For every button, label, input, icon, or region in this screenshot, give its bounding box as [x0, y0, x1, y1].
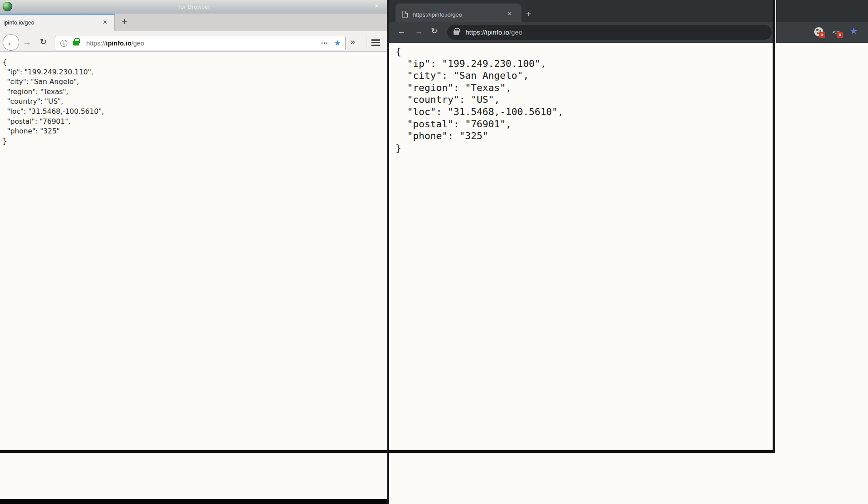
url-path: /geo [131, 39, 144, 47]
url-secure-part: https://ipinfo.io [466, 28, 509, 36]
hamburger-menu-icon[interactable] [371, 39, 380, 41]
reload-button[interactable]: ↻ [40, 37, 47, 47]
window-edge-highlight [775, 0, 776, 43]
document-favicon-icon [402, 11, 408, 18]
overflow-chevrons-icon[interactable]: » [350, 37, 354, 46]
chrome-window: https://ipinfo.io/geo × + ← → ↻ https://… [388, 0, 868, 504]
firefox-address-bar[interactable]: i https://ipinfo.io/geo ••• ★ [55, 36, 346, 50]
tab-close-icon[interactable]: × [103, 18, 107, 27]
desktop-screen: Tor Browser × ipinfo.io/geo × + ← → ↻ i … [0, 0, 868, 504]
bottom-black-bar [0, 499, 388, 504]
forward-button[interactable]: → [23, 37, 32, 47]
https-lock-icon[interactable] [454, 30, 459, 35]
bookmark-star-icon[interactable]: ★ [850, 26, 858, 35]
forward-button[interactable]: → [415, 27, 423, 36]
back-button[interactable]: ← [3, 34, 19, 51]
page-info-icon[interactable]: i [60, 40, 67, 47]
window-close-icon[interactable]: × [374, 2, 379, 10]
window-divider-line [387, 0, 389, 504]
bookmark-star-icon[interactable]: ★ [334, 39, 341, 47]
code-extension-icon[interactable]: <> × [832, 27, 844, 38]
firefox-json-body: { "ip": "199.249.230.110", "city": "San … [3, 57, 104, 146]
firefox-tab-label: ipinfo.io/geo [4, 19, 34, 26]
page-actions-icon[interactable]: ••• [321, 41, 329, 46]
firefox-window-title: Tor Browser [0, 4, 388, 10]
extension-badge: × [837, 32, 843, 38]
chrome-address-bar[interactable]: https://ipinfo.io/geo [447, 25, 772, 40]
back-button[interactable]: ← [397, 27, 406, 36]
new-tab-button[interactable]: + [526, 9, 531, 19]
chrome-tab-label: https://ipinfo.io/geo [413, 11, 462, 18]
toolbar-separator [367, 36, 367, 49]
https-lock-icon[interactable] [73, 41, 79, 46]
chrome-json-body: { "ip": "199.249.230.100", "city": "San … [396, 46, 564, 154]
reload-button[interactable]: ↻ [431, 26, 438, 36]
cookie-extension-icon[interactable]: × [814, 27, 826, 38]
chrome-window-right-border [773, 0, 775, 453]
url-domain: ipinfo.io [106, 39, 131, 47]
tab-close-icon[interactable]: × [508, 10, 511, 18]
chrome-window-bottom-border [0, 450, 775, 453]
url-scheme: https:// [86, 39, 106, 47]
active-tab-accent-line [0, 14, 115, 15]
url-text: https://ipinfo.io/geo [466, 28, 522, 36]
url-text: https://ipinfo.io/geo [86, 39, 144, 47]
url-path: /geo [509, 28, 522, 36]
extension-badge: × [819, 32, 825, 38]
new-tab-button[interactable]: + [122, 16, 127, 28]
